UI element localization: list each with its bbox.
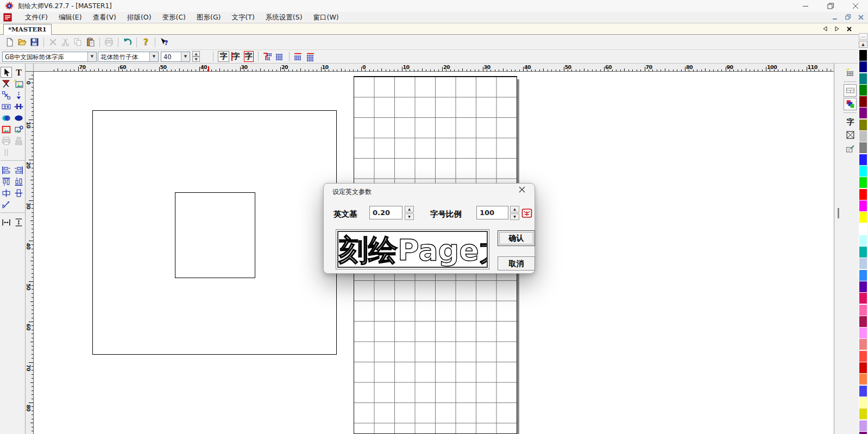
color-swatch[interactable]	[859, 247, 867, 257]
color-swatch[interactable]	[859, 96, 867, 107]
color-swatch[interactable]	[859, 189, 867, 200]
document-tab[interactable]: *MASTER1	[3, 24, 52, 35]
palette-scroll-up-button[interactable]: ▲	[859, 41, 867, 48]
center-horizontal-icon[interactable]	[1, 187, 12, 198]
space-horizontal-icon[interactable]	[1, 217, 12, 228]
color-swatch[interactable]	[859, 200, 867, 211]
venn-circles-icon[interactable]	[1, 112, 12, 123]
chevron-down-icon[interactable]: ▼	[181, 52, 190, 61]
menu-item[interactable]: 变形(C)	[157, 12, 191, 23]
cancel-button[interactable]: 取消	[498, 256, 535, 271]
node-edit-icon[interactable]	[1, 90, 12, 100]
color-swatch[interactable]	[859, 142, 867, 153]
color-swatch[interactable]	[859, 293, 867, 304]
spin-down-icon[interactable]: ▼	[510, 213, 519, 220]
char-style-vline[interactable]: 字	[230, 51, 242, 62]
row-space-icon[interactable]	[292, 51, 304, 62]
edit-sign-icon[interactable]	[844, 142, 857, 155]
color-swatch[interactable]	[859, 85, 867, 96]
color-swatch[interactable]	[859, 61, 867, 72]
color-swatch[interactable]	[859, 328, 867, 338]
color-swatch[interactable]	[859, 420, 867, 431]
image-frame-icon[interactable]	[1, 124, 12, 135]
color-swatch[interactable]	[859, 223, 867, 234]
pick-area-icon[interactable]	[1, 199, 12, 210]
window-split-icon[interactable]	[844, 84, 857, 97]
char-style-boxed[interactable]: 字	[243, 51, 254, 62]
color-swatch[interactable]	[859, 374, 867, 385]
window-close-button[interactable]	[843, 0, 868, 12]
color-swatch[interactable]	[859, 108, 867, 118]
font-combobox[interactable]: 花体简竹子体 ▼	[98, 52, 159, 62]
panel-splitter[interactable]	[834, 64, 842, 434]
english-base-input[interactable]: 0.20	[369, 206, 402, 219]
color-swatch[interactable]	[859, 154, 867, 165]
node-delete-icon[interactable]	[1, 78, 12, 89]
align-right-icon[interactable]	[13, 165, 24, 175]
char-style-normal[interactable]: 字	[218, 51, 229, 62]
color-swatch[interactable]	[859, 351, 867, 362]
color-swatch[interactable]	[859, 177, 867, 188]
window-restore-button[interactable]	[818, 0, 843, 12]
ellipse-tool-icon[interactable]	[13, 112, 24, 123]
dot-grid-icon[interactable]	[274, 51, 285, 62]
color-swatch[interactable]	[859, 258, 867, 269]
center-vertical-icon[interactable]	[13, 187, 24, 198]
mdi-minimize-button[interactable]	[830, 13, 840, 21]
color-swatch[interactable]	[859, 316, 867, 327]
align-left-icon[interactable]	[1, 165, 12, 175]
menu-item[interactable]: 系统设置(S)	[260, 12, 308, 23]
charset-combobox[interactable]: GB中文国标简体字库 ▼	[2, 52, 97, 62]
color-squares-icon[interactable]	[844, 98, 857, 110]
color-swatch[interactable]	[859, 432, 867, 434]
size-ratio-stepper[interactable]: ▲ ▼	[510, 206, 519, 220]
col-space-icon[interactable]	[305, 51, 316, 62]
menu-item[interactable]: 文件(F)	[20, 12, 53, 23]
mdi-restore-button[interactable]	[843, 13, 853, 21]
banner-text-icon[interactable]: 文E	[1, 101, 12, 112]
select-cursor-icon[interactable]	[1, 67, 12, 78]
mirror-horizontal-icon[interactable]: H	[13, 101, 24, 112]
color-swatch[interactable]	[859, 50, 867, 61]
spin-up-icon[interactable]: ▲	[192, 51, 200, 56]
tab-scroll-left-icon[interactable]	[821, 25, 829, 33]
menu-item[interactable]: 查看(V)	[87, 12, 122, 23]
chevron-down-icon[interactable]: ▼	[87, 52, 96, 61]
region-box-icon[interactable]	[844, 129, 857, 141]
mdi-close-button[interactable]	[856, 13, 866, 21]
confirm-button[interactable]: 确认	[498, 230, 535, 246]
color-swatch[interactable]	[859, 408, 867, 419]
color-swatch[interactable]	[859, 166, 867, 177]
paste-icon[interactable]	[84, 36, 97, 48]
color-swatch[interactable]	[859, 212, 867, 223]
menu-item[interactable]: 编辑(E)	[53, 12, 87, 23]
splitter-handle[interactable]	[838, 208, 839, 218]
font-size-stepper[interactable]: ▲ ▼	[192, 51, 200, 62]
menu-item[interactable]: 文字(T)	[226, 12, 260, 23]
tab-close-icon[interactable]	[845, 25, 853, 33]
color-swatch[interactable]	[859, 339, 867, 350]
color-swatch[interactable]	[859, 235, 867, 246]
sparkle-grid-icon[interactable]	[844, 67, 857, 79]
size-ratio-input[interactable]: 100	[476, 206, 508, 219]
align-bottom-icon[interactable]	[13, 176, 24, 187]
help-icon[interactable]: ?	[140, 36, 152, 48]
step-arrow-icon[interactable]	[13, 90, 24, 100]
palette-more-button[interactable]: ...	[859, 33, 867, 40]
color-swatch[interactable]	[859, 305, 867, 316]
text-tool-icon[interactable]: T	[13, 67, 24, 78]
font-size-combobox[interactable]: 40 ▼	[161, 52, 190, 62]
menu-item[interactable]: 窗口(W)	[308, 12, 344, 23]
char-tool-icon[interactable]: 字	[844, 115, 857, 128]
spin-down-icon[interactable]: ▼	[405, 213, 414, 220]
color-swatch[interactable]	[859, 270, 867, 281]
color-swatch[interactable]	[859, 131, 867, 142]
color-swatch[interactable]	[859, 362, 867, 373]
image-node-icon[interactable]	[13, 124, 24, 135]
color-swatch[interactable]	[859, 397, 867, 408]
chevron-down-icon[interactable]: ▼	[149, 52, 158, 61]
window-minimize-button[interactable]	[793, 0, 818, 12]
english-base-stepper[interactable]: ▲ ▼	[405, 206, 414, 220]
color-swatch[interactable]	[859, 386, 867, 397]
undo-icon[interactable]	[121, 36, 134, 48]
